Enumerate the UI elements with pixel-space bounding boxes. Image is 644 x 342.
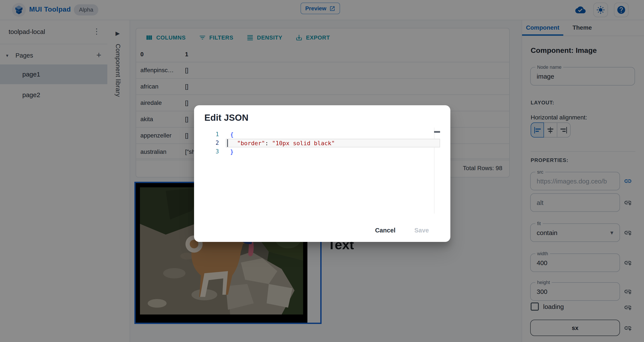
line-number-active: 2 — [206, 139, 219, 147]
save-button[interactable]: Save — [411, 224, 432, 236]
code-content: "border": "10px solid black" — [230, 139, 335, 147]
line-number: 1 — [206, 130, 219, 139]
json-separator: : — [265, 140, 272, 147]
code-line-1: 1 { — [194, 130, 440, 139]
json-key: "border" — [237, 140, 265, 147]
json-code-editor[interactable]: 1 { 2 "border": "10px solid black" 3 } — [194, 128, 450, 218]
code-line-3: 3 } — [194, 147, 440, 156]
code-line-2: 2 "border": "10px solid black" — [194, 139, 440, 147]
dialog-actions: Cancel Save — [372, 224, 432, 236]
json-value: "10px solid black" — [272, 140, 335, 147]
code-content: } — [230, 147, 234, 156]
dialog-title: Edit JSON — [204, 113, 248, 123]
app-root: MUI Toolpad Alpha Preview toolpad-l — [0, 0, 644, 342]
edit-json-dialog: Edit JSON 1 { 2 "border": "10px solid bl… — [194, 105, 450, 242]
line-number: 3 — [206, 147, 219, 156]
cancel-button[interactable]: Cancel — [372, 224, 399, 236]
code-content: { — [230, 130, 234, 139]
